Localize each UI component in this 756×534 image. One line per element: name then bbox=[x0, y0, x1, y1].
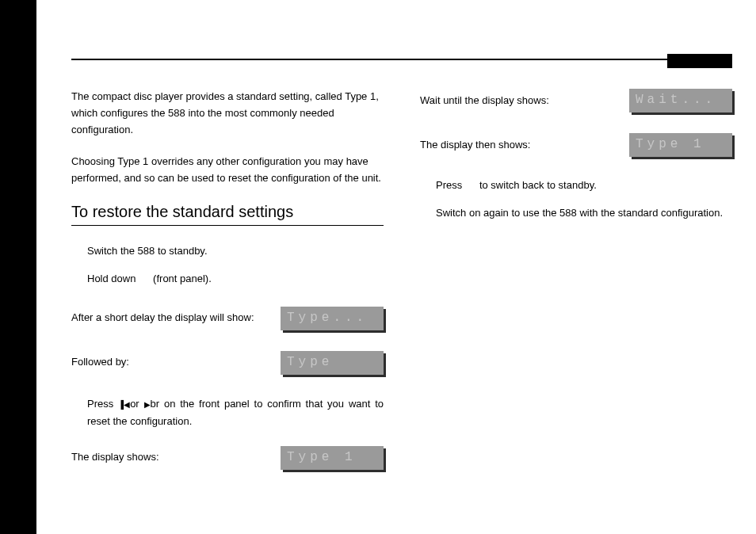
display-text: Type 1 bbox=[629, 133, 732, 157]
display-text: Type... bbox=[281, 307, 384, 330]
prev-track-icon: ▐◀ bbox=[118, 398, 130, 411]
step-standby: Switch the 588 to standby. bbox=[87, 243, 384, 260]
top-rule-tab bbox=[667, 54, 732, 68]
caption-after-delay: After a short delay the display will sho… bbox=[71, 310, 265, 326]
display-box: Type 1 bbox=[281, 446, 384, 470]
step-press-standby: Press to switch back to standby. bbox=[436, 177, 732, 194]
top-rule bbox=[71, 59, 732, 60]
display-box: Type 1 bbox=[629, 133, 732, 157]
caption-wait-until: Wait until the display shows: bbox=[420, 93, 613, 109]
step-press-confirm: Press ▐◀or ▶br on the front panel to con… bbox=[87, 395, 384, 430]
left-black-margin bbox=[0, 0, 36, 534]
caption-display-shows: The display shows: bbox=[71, 449, 265, 466]
display-text: Wait... bbox=[629, 89, 732, 113]
section-heading: To restore the standard settings bbox=[71, 203, 384, 226]
step-hold-down: Hold down (front panel). bbox=[87, 271, 384, 288]
intro-paragraph-2: Choosing Type 1 overrides any other conf… bbox=[71, 154, 384, 187]
caption-followed: Followed by: bbox=[71, 354, 265, 371]
display-box: Wait... bbox=[629, 89, 732, 113]
next-track-icon: ▶ bbox=[144, 398, 151, 411]
display-box: Type... bbox=[281, 307, 384, 330]
step-switch-again: Switch on again to use the 588 with the … bbox=[436, 205, 732, 222]
display-box: Type bbox=[281, 351, 384, 375]
display-text: Type 1 bbox=[281, 446, 384, 470]
left-column: The compact disc player provides a stand… bbox=[71, 89, 384, 470]
intro-paragraph-1: The compact disc player provides a stand… bbox=[71, 89, 384, 138]
caption-display-then: The display then shows: bbox=[420, 137, 613, 154]
display-text: Type bbox=[281, 351, 384, 375]
right-column: Wait until the display shows: Wait... Th… bbox=[420, 89, 732, 470]
